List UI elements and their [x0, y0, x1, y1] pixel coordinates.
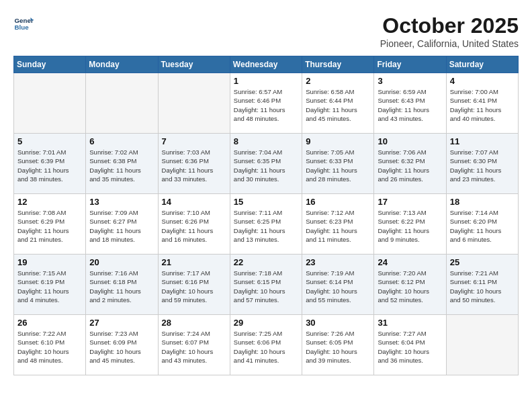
calendar-day-cell: 17Sunrise: 7:13 AM Sunset: 6:22 PM Dayli… [374, 194, 446, 255]
calendar-header-wednesday: Wednesday [230, 56, 302, 73]
calendar-header-sunday: Sunday [14, 56, 86, 73]
day-info: Sunrise: 7:16 AM Sunset: 6:18 PM Dayligh… [89, 269, 154, 304]
calendar-day-cell: 25Sunrise: 7:21 AM Sunset: 6:11 PM Dayli… [446, 255, 518, 315]
calendar-day-cell: 5Sunrise: 7:01 AM Sunset: 6:39 PM Daylig… [14, 134, 86, 194]
day-info: Sunrise: 6:58 AM Sunset: 6:44 PM Dayligh… [306, 87, 370, 123]
day-number: 22 [234, 257, 298, 267]
day-info: Sunrise: 7:17 AM Sunset: 6:16 PM Dayligh… [162, 269, 226, 304]
calendar-header-friday: Friday [374, 56, 446, 73]
day-info: Sunrise: 7:23 AM Sunset: 6:09 PM Dayligh… [89, 329, 154, 365]
day-number: 1 [234, 76, 298, 86]
day-number: 5 [17, 136, 82, 146]
day-number: 27 [89, 318, 154, 328]
day-number: 7 [162, 136, 226, 146]
calendar-day-cell [158, 73, 230, 134]
day-info: Sunrise: 7:04 AM Sunset: 6:35 PM Dayligh… [234, 148, 298, 183]
day-number: 17 [378, 197, 442, 207]
day-number: 2 [306, 76, 370, 86]
day-number: 14 [162, 197, 226, 207]
day-info: Sunrise: 7:19 AM Sunset: 6:14 PM Dayligh… [306, 269, 370, 304]
day-info: Sunrise: 6:57 AM Sunset: 6:46 PM Dayligh… [234, 87, 298, 123]
day-number: 18 [450, 197, 515, 207]
day-info: Sunrise: 7:14 AM Sunset: 6:20 PM Dayligh… [450, 208, 515, 244]
calendar-week-row: 12Sunrise: 7:08 AM Sunset: 6:29 PM Dayli… [14, 194, 519, 255]
calendar-day-cell [446, 315, 518, 375]
calendar-day-cell: 2Sunrise: 6:58 AM Sunset: 6:44 PM Daylig… [302, 73, 374, 134]
calendar-day-cell: 3Sunrise: 6:59 AM Sunset: 6:43 PM Daylig… [374, 73, 446, 134]
day-number: 6 [89, 136, 154, 146]
day-info: Sunrise: 7:01 AM Sunset: 6:39 PM Dayligh… [17, 148, 82, 183]
day-number: 29 [234, 318, 298, 328]
day-number: 21 [162, 257, 226, 267]
day-number: 16 [306, 197, 370, 207]
calendar-day-cell: 11Sunrise: 7:07 AM Sunset: 6:30 PM Dayli… [446, 134, 518, 194]
calendar-header-saturday: Saturday [446, 56, 518, 73]
calendar-day-cell: 23Sunrise: 7:19 AM Sunset: 6:14 PM Dayli… [302, 255, 374, 315]
calendar-day-cell: 10Sunrise: 7:06 AM Sunset: 6:32 PM Dayli… [374, 134, 446, 194]
calendar-day-cell: 16Sunrise: 7:12 AM Sunset: 6:23 PM Dayli… [302, 194, 374, 255]
day-info: Sunrise: 7:15 AM Sunset: 6:19 PM Dayligh… [17, 269, 82, 304]
calendar-day-cell: 4Sunrise: 7:00 AM Sunset: 6:41 PM Daylig… [446, 73, 518, 134]
day-info: Sunrise: 6:59 AM Sunset: 6:43 PM Dayligh… [378, 87, 442, 123]
day-number: 19 [17, 257, 82, 267]
day-number: 23 [306, 257, 370, 267]
calendar-header-row: SundayMondayTuesdayWednesdayThursdayFrid… [14, 56, 519, 73]
page-header: General Blue October 2025 Pioneer, Calif… [13, 13, 519, 49]
day-info: Sunrise: 7:09 AM Sunset: 6:27 PM Dayligh… [89, 208, 154, 244]
day-number: 3 [378, 76, 442, 86]
day-info: Sunrise: 7:21 AM Sunset: 6:11 PM Dayligh… [450, 269, 515, 304]
day-info: Sunrise: 7:00 AM Sunset: 6:41 PM Dayligh… [450, 87, 515, 123]
day-info: Sunrise: 7:18 AM Sunset: 6:15 PM Dayligh… [234, 269, 298, 304]
calendar-day-cell: 6Sunrise: 7:02 AM Sunset: 6:38 PM Daylig… [86, 134, 158, 194]
calendar-day-cell: 24Sunrise: 7:20 AM Sunset: 6:12 PM Dayli… [374, 255, 446, 315]
day-number: 4 [450, 76, 515, 86]
location-title: Pioneer, California, United States [380, 38, 519, 49]
day-number: 30 [306, 318, 370, 328]
calendar-day-cell: 14Sunrise: 7:10 AM Sunset: 6:26 PM Dayli… [158, 194, 230, 255]
day-info: Sunrise: 7:10 AM Sunset: 6:26 PM Dayligh… [162, 208, 226, 244]
calendar-week-row: 5Sunrise: 7:01 AM Sunset: 6:39 PM Daylig… [14, 134, 519, 194]
day-number: 28 [162, 318, 226, 328]
calendar-week-row: 1Sunrise: 6:57 AM Sunset: 6:46 PM Daylig… [14, 73, 519, 134]
calendar-day-cell: 9Sunrise: 7:05 AM Sunset: 6:33 PM Daylig… [302, 134, 374, 194]
day-info: Sunrise: 7:27 AM Sunset: 6:04 PM Dayligh… [378, 329, 442, 365]
calendar-day-cell: 30Sunrise: 7:26 AM Sunset: 6:05 PM Dayli… [302, 315, 374, 375]
calendar-table: SundayMondayTuesdayWednesdayThursdayFrid… [13, 56, 519, 375]
day-info: Sunrise: 7:11 AM Sunset: 6:25 PM Dayligh… [234, 208, 298, 244]
day-info: Sunrise: 7:06 AM Sunset: 6:32 PM Dayligh… [378, 148, 442, 183]
day-info: Sunrise: 7:20 AM Sunset: 6:12 PM Dayligh… [378, 269, 442, 304]
day-number: 15 [234, 197, 298, 207]
day-number: 25 [450, 257, 515, 267]
calendar-day-cell [14, 73, 86, 134]
logo-icon: General Blue [13, 13, 34, 34]
day-number: 31 [378, 318, 442, 328]
calendar-day-cell: 31Sunrise: 7:27 AM Sunset: 6:04 PM Dayli… [374, 315, 446, 375]
calendar-day-cell: 1Sunrise: 6:57 AM Sunset: 6:46 PM Daylig… [230, 73, 302, 134]
day-info: Sunrise: 7:02 AM Sunset: 6:38 PM Dayligh… [89, 148, 154, 183]
calendar-day-cell: 7Sunrise: 7:03 AM Sunset: 6:36 PM Daylig… [158, 134, 230, 194]
day-number: 20 [89, 257, 154, 267]
calendar-day-cell: 19Sunrise: 7:15 AM Sunset: 6:19 PM Dayli… [14, 255, 86, 315]
calendar-week-row: 19Sunrise: 7:15 AM Sunset: 6:19 PM Dayli… [14, 255, 519, 315]
day-number: 24 [378, 257, 442, 267]
day-number: 12 [17, 197, 82, 207]
calendar-day-cell: 27Sunrise: 7:23 AM Sunset: 6:09 PM Dayli… [86, 315, 158, 375]
title-section: October 2025 Pioneer, California, United… [380, 13, 519, 49]
calendar-header-thursday: Thursday [302, 56, 374, 73]
calendar-header-monday: Monday [86, 56, 158, 73]
day-info: Sunrise: 7:03 AM Sunset: 6:36 PM Dayligh… [162, 148, 226, 183]
calendar-day-cell: 18Sunrise: 7:14 AM Sunset: 6:20 PM Dayli… [446, 194, 518, 255]
svg-text:Blue: Blue [15, 24, 30, 31]
day-number: 26 [17, 318, 82, 328]
day-info: Sunrise: 7:22 AM Sunset: 6:10 PM Dayligh… [17, 329, 82, 365]
month-title: October 2025 [380, 13, 519, 38]
day-info: Sunrise: 7:05 AM Sunset: 6:33 PM Dayligh… [306, 148, 370, 183]
calendar-day-cell: 8Sunrise: 7:04 AM Sunset: 6:35 PM Daylig… [230, 134, 302, 194]
calendar-day-cell: 22Sunrise: 7:18 AM Sunset: 6:15 PM Dayli… [230, 255, 302, 315]
calendar-week-row: 26Sunrise: 7:22 AM Sunset: 6:10 PM Dayli… [14, 315, 519, 375]
calendar-day-cell: 13Sunrise: 7:09 AM Sunset: 6:27 PM Dayli… [86, 194, 158, 255]
calendar-day-cell: 15Sunrise: 7:11 AM Sunset: 6:25 PM Dayli… [230, 194, 302, 255]
logo: General Blue [13, 13, 34, 34]
day-number: 9 [306, 136, 370, 146]
day-number: 10 [378, 136, 442, 146]
